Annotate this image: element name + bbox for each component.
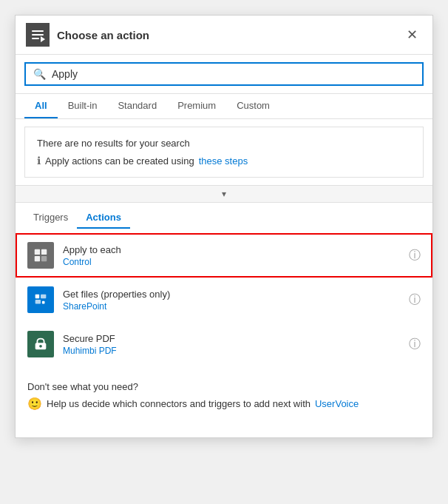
svg-rect-8 — [35, 295, 40, 299]
tab-premium[interactable]: Premium — [167, 94, 226, 118]
search-bar: 🔍 — [16, 55, 432, 94]
info-icon: ℹ — [37, 155, 41, 167]
svg-rect-7 — [41, 256, 47, 261]
search-icon: 🔍 — [33, 68, 46, 80]
filter-tabs: All Built-in Standard Premium Custom — [16, 94, 432, 119]
svg-rect-5 — [41, 249, 47, 255]
secure-pdf-text: Secure PDF Muhimbi PDF — [63, 333, 403, 356]
secure-pdf-sub: Muhimbi PDF — [63, 346, 403, 356]
close-button[interactable]: ✕ — [402, 25, 422, 44]
footer-section: Don't see what you need? 🙂 Help us decid… — [16, 371, 432, 415]
get-files-sub: SharePoint — [63, 301, 403, 312]
search-input[interactable] — [52, 68, 415, 80]
tab-actions[interactable]: Actions — [77, 207, 130, 229]
no-results-title: There are no results for your search — [37, 138, 411, 149]
chevron-down-icon: ▾ — [222, 189, 226, 199]
apply-to-each-text: Apply to each Control — [63, 244, 403, 267]
header-icon — [26, 23, 50, 47]
get-files-info-icon[interactable]: ⓘ — [409, 292, 421, 308]
tab-triggers[interactable]: Triggers — [24, 207, 77, 229]
action-item-secure-pdf[interactable]: Secure PDF Muhimbi PDF ⓘ — [16, 322, 432, 366]
dialog-header: Choose an action ✕ — [16, 16, 432, 55]
footer-title: Don't see what you need? — [27, 381, 421, 392]
dialog-title: Choose an action — [57, 29, 402, 41]
get-files-name: Get files (properties only) — [63, 289, 403, 300]
uservoice-link[interactable]: UserVoice — [315, 398, 359, 409]
tab-built-in[interactable]: Built-in — [58, 94, 108, 118]
actions-list: Apply to each Control ⓘ Get files (prope… — [16, 229, 432, 371]
secure-pdf-info-icon[interactable]: ⓘ — [409, 337, 421, 352]
no-results-panel: There are no results for your search ℹ A… — [24, 127, 424, 178]
svg-rect-1 — [32, 34, 44, 36]
apply-to-each-name: Apply to each — [63, 244, 403, 255]
smiley-icon: 🙂 — [27, 397, 42, 411]
secure-pdf-name: Secure PDF — [63, 333, 403, 344]
apply-to-each-sub: Control — [63, 257, 403, 267]
apply-to-each-info-icon[interactable]: ⓘ — [409, 248, 421, 263]
svg-rect-10 — [35, 300, 41, 304]
action-item-get-files[interactable]: Get files (properties only) SharePoint ⓘ — [16, 278, 432, 322]
svg-rect-0 — [32, 30, 44, 32]
svg-rect-9 — [41, 295, 46, 299]
footer-hint: 🙂 Help us decide which connectors and tr… — [27, 397, 421, 411]
search-input-wrapper: 🔍 — [24, 62, 424, 86]
svg-rect-4 — [35, 249, 40, 255]
sub-tabs: Triggers Actions — [16, 207, 432, 229]
tab-standard[interactable]: Standard — [107, 94, 167, 118]
these-steps-link[interactable]: these steps — [199, 155, 248, 167]
get-files-icon — [27, 286, 54, 313]
choose-action-dialog: Choose an action ✕ 🔍 All Built-in Standa… — [15, 15, 433, 438]
apply-to-each-icon — [27, 242, 54, 269]
bottom-space — [16, 415, 432, 437]
svg-rect-6 — [35, 256, 40, 261]
footer-hint-text: Help us decide which connectors and trig… — [47, 398, 310, 409]
get-files-text: Get files (properties only) SharePoint — [63, 289, 403, 312]
hint-text: Apply actions can be created using — [45, 155, 194, 167]
collapse-bar[interactable]: ▾ — [16, 185, 432, 203]
svg-marker-3 — [41, 36, 45, 42]
svg-rect-2 — [32, 38, 39, 39]
secure-pdf-icon — [27, 331, 54, 357]
tab-all[interactable]: All — [24, 94, 58, 118]
tab-custom[interactable]: Custom — [226, 94, 280, 118]
svg-rect-11 — [42, 301, 45, 304]
no-results-hint: ℹ Apply actions can be created using the… — [37, 155, 411, 167]
action-item-apply-to-each[interactable]: Apply to each Control ⓘ — [16, 233, 432, 278]
